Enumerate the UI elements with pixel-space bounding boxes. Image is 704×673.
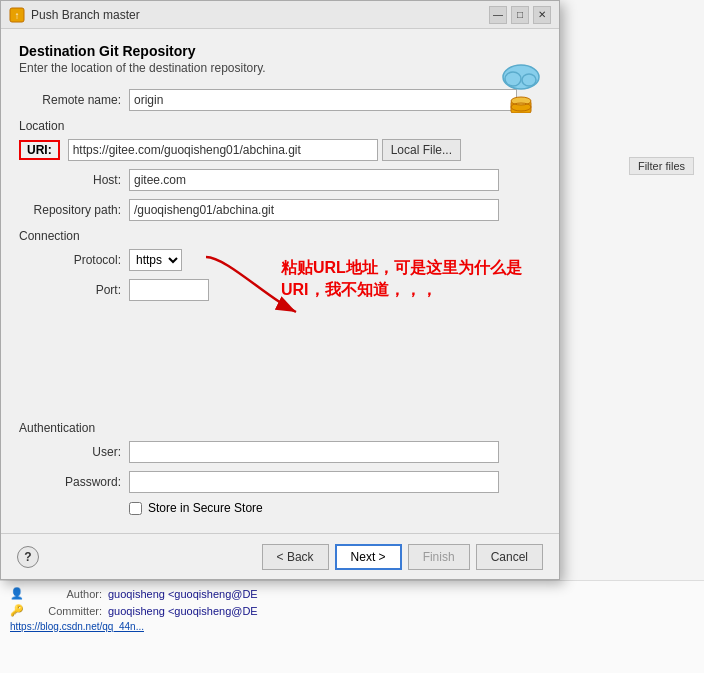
next-button[interactable]: Next > (335, 544, 402, 570)
repo-path-label: Repository path: (19, 203, 129, 217)
push-icon: ↑ (9, 7, 25, 23)
user-row: User: (19, 441, 541, 463)
close-button[interactable]: ✕ (533, 6, 551, 24)
dialog-title: Push Branch master (31, 8, 140, 22)
user-label: User: (19, 445, 129, 459)
author-icon: 👤 (10, 587, 24, 600)
local-file-button[interactable]: Local File... (382, 139, 461, 161)
author-value: guoqisheng <guoqisheng@DE (108, 588, 258, 600)
footer-right: < Back Next > Finish Cancel (262, 544, 543, 570)
committer-icon: 🔑 (10, 604, 24, 617)
title-bar-left: ↑ Push Branch master (9, 7, 140, 23)
committer-value: guoqisheng <guoqisheng@DE (108, 605, 258, 617)
annotation-text-area: 粘贴URL地址，可是这里为什么是URI，我不知道，，， (281, 257, 531, 302)
port-input[interactable] (129, 279, 209, 301)
title-bar: ↑ Push Branch master — □ ✕ (1, 1, 559, 29)
repo-path-row: Repository path: (19, 199, 541, 221)
title-bar-controls: — □ ✕ (489, 6, 551, 24)
protocol-label: Protocol: (19, 253, 129, 267)
protocol-select[interactable]: https http ssh git (129, 249, 182, 271)
committer-row: 🔑 Committer: guoqisheng <guoqisheng@DE (10, 604, 694, 617)
password-row: Password: (19, 471, 541, 493)
secure-store-row: Store in Secure Store (129, 501, 541, 515)
author-label: Author: (32, 588, 102, 600)
port-label: Port: (19, 283, 129, 297)
secure-store-label: Store in Secure Store (148, 501, 263, 515)
cancel-button[interactable]: Cancel (476, 544, 543, 570)
host-input[interactable] (129, 169, 499, 191)
dialog-header-title: Destination Git Repository (19, 43, 541, 59)
password-label: Password: (19, 475, 129, 489)
repo-path-input[interactable] (129, 199, 499, 221)
database-icon (509, 93, 533, 113)
cloud-icon-area (501, 61, 541, 113)
svg-text:↑: ↑ (15, 10, 20, 21)
finish-button[interactable]: Finish (408, 544, 470, 570)
svg-point-3 (505, 72, 521, 86)
footer-left: ? (17, 546, 39, 568)
password-input[interactable] (129, 471, 499, 493)
annotation-text: 粘贴URL地址，可是这里为什么是URI，我不知道，，， (281, 257, 531, 302)
bottom-panel: 👤 Author: guoqisheng <guoqisheng@DE 🔑 Co… (0, 580, 704, 673)
secure-store-checkbox[interactable] (129, 502, 142, 515)
dialog-header-subtitle: Enter the location of the destination re… (19, 61, 541, 75)
location-section-label: Location (19, 119, 541, 133)
maximize-button[interactable]: □ (511, 6, 529, 24)
uri-label: URI: (19, 140, 60, 160)
minimize-button[interactable]: — (489, 6, 507, 24)
host-row: Host: (19, 169, 541, 191)
host-label: Host: (19, 173, 129, 187)
back-button[interactable]: < Back (262, 544, 329, 570)
authentication-section-label: Authentication (19, 421, 541, 435)
connection-section-label: Connection (19, 229, 541, 243)
remote-name-row: Remote name: (19, 89, 541, 111)
filter-files-button[interactable]: Filter files (629, 157, 694, 175)
push-branch-dialog: ↑ Push Branch master — □ ✕ Destination G… (0, 0, 560, 580)
uri-input[interactable] (68, 139, 378, 161)
help-button[interactable]: ? (17, 546, 39, 568)
blog-link[interactable]: https://blog.csdn.net/qq_44n... (10, 621, 144, 632)
svg-point-4 (522, 74, 536, 86)
link-row: https://blog.csdn.net/qq_44n... (10, 621, 694, 632)
remote-name-label: Remote name: (19, 93, 129, 107)
cloud-icon (501, 61, 541, 93)
dialog-content: Destination Git Repository Enter the loc… (1, 29, 559, 537)
author-row: 👤 Author: guoqisheng <guoqisheng@DE (10, 587, 694, 600)
remote-name-input[interactable] (129, 89, 517, 111)
uri-row: URI: Local File... (19, 139, 541, 161)
user-input[interactable] (129, 441, 499, 463)
committer-label: Committer: (32, 605, 102, 617)
dialog-footer: ? < Back Next > Finish Cancel (1, 533, 559, 579)
